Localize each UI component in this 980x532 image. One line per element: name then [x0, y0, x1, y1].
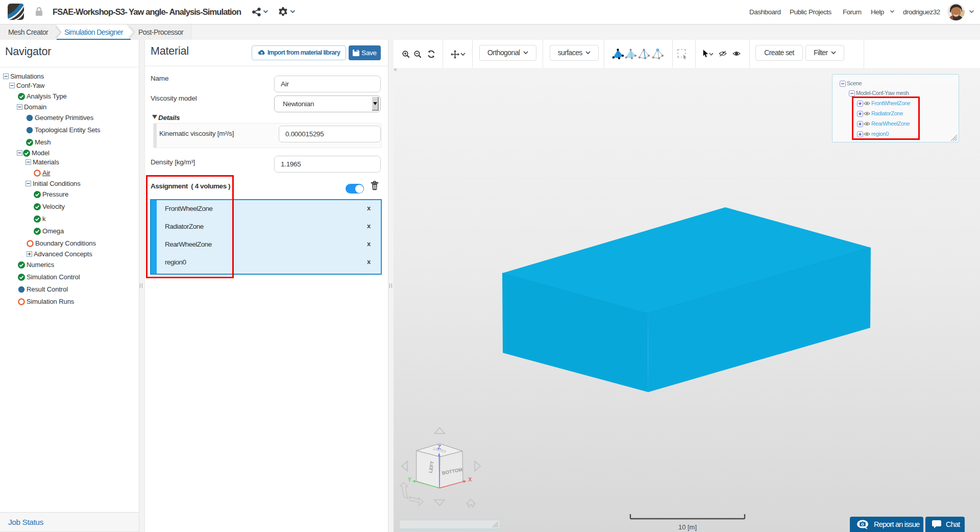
svg-text:X: X: [468, 476, 472, 482]
svg-text:Y: Y: [408, 476, 411, 482]
svg-text:Z: Z: [437, 444, 442, 451]
